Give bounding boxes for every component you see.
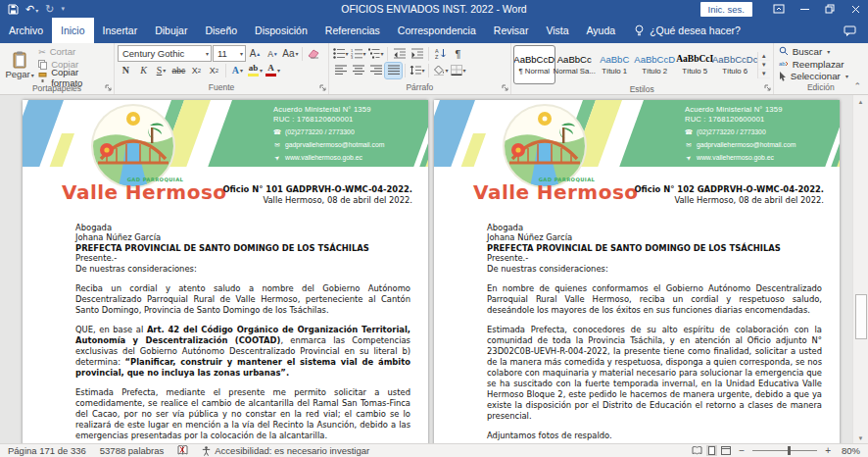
group-portapapeles: Pegar▾ ✂Cortar Copiar Copiar formato Por… [0,43,115,94]
numbering-button[interactable]: 123▾ [350,46,366,62]
style-titulo-5[interactable]: AaBbCcITítulo 5 [675,46,715,83]
tab-insertar[interactable]: Insertar [94,18,147,43]
styles-scroll-down-icon[interactable]: ▼ [758,61,770,70]
ribbon: Pegar▾ ✂Cortar Copiar Copiar formato Por… [0,43,868,95]
scroll-up-icon[interactable]: ▲ [853,96,868,108]
zoom-out-icon[interactable]: − [739,445,745,456]
tab-inicio[interactable]: Inicio [52,18,94,43]
tab-correspondencia[interactable]: Correspondencia [389,18,485,43]
clipboard-dialog-launcher[interactable] [105,84,112,91]
shrink-font-button[interactable]: A▼ [265,46,281,62]
envelope-icon: ✉ [273,141,281,149]
vertical-scrollbar[interactable]: ▲ ▼ [852,95,868,445]
zoom-level[interactable]: 80% [839,445,860,456]
align-right-button[interactable] [367,63,384,78]
letter-body: De nuestras consideraciones: Reciba un c… [23,264,428,445]
tell-me-box[interactable]: ¿Qué desea hacer? [624,18,750,43]
style-normal-sa[interactable]: AaBbCcNormal Sa... [555,46,595,83]
ribbon-display-options-icon[interactable] [766,0,792,18]
proofing-icon[interactable] [177,445,188,455]
zoom-in-icon[interactable]: + [825,445,831,456]
tab-revisar[interactable]: Revisar [485,18,538,43]
restore-button[interactable] [817,0,843,18]
find-button[interactable]: Buscar▾ [777,45,865,58]
ruc-line: RUC : 1768120600001 [273,115,384,125]
superscript-button[interactable]: X2 [206,63,222,78]
format-painter-button[interactable]: Copiar formato [36,71,111,83]
tab-vista[interactable]: Vista [537,18,577,43]
justify-button[interactable] [385,63,402,78]
tab-referencias[interactable]: Referencias [316,18,389,43]
styles-more-icon[interactable]: ▼ [758,70,770,78]
tab-diseno[interactable]: Diseño [196,18,246,43]
ruc-line: RUC : 1768120600001 [685,115,796,125]
select-button[interactable]: Seleccionar▾ [777,70,865,82]
subscript-button[interactable]: X2 [188,63,205,78]
change-case-button[interactable]: Aa▾ [282,46,299,62]
save-icon[interactable] [8,4,19,15]
styles-scroll-up-icon[interactable]: ▲ [758,52,770,61]
paragraph-dialog-launcher[interactable] [502,84,508,91]
group-fuente: Century Gothic▾ 11▾ A▲ A▼ Aa▾ N K S▾ abc… [115,43,329,94]
cut-button[interactable]: ✂Cortar [36,45,111,58]
document-page-2[interactable]: Acuerdo Ministerial N° 1359 RUC : 176812… [434,100,840,445]
styles-dialog-launcher[interactable] [764,84,771,91]
qat-customize-icon[interactable]: ▾ [61,5,65,13]
close-button[interactable] [843,0,868,18]
style-normal[interactable]: AaBbCcD¶ Normal [514,46,555,83]
scrollbar-thumb[interactable] [855,294,867,339]
replace-button[interactable]: ab Reemplazar [777,58,865,71]
font-dialog-launcher[interactable] [319,84,326,91]
font-color-button[interactable]: A▾ [265,63,281,78]
accessibility-status[interactable]: Accesibilidad: es necesario investigar [202,445,369,456]
increase-indent-button[interactable] [409,46,425,62]
document-page-1[interactable]: Acuerdo Ministerial N° 1359 RUC : 176812… [23,100,428,445]
sort-button[interactable]: AZ [432,46,449,62]
comment-icon[interactable] [832,18,868,43]
text-effects-button[interactable]: A▾ [229,63,246,78]
multilevel-list-button[interactable]: ▾ [367,46,384,62]
align-left-button[interactable] [332,63,349,78]
print-layout-icon[interactable] [706,445,717,456]
style-titulo-2[interactable]: AaBbCcDTítulo 2 [635,46,675,83]
borders-icon [451,65,462,76]
zoom-slider[interactable] [752,450,817,451]
word-count[interactable]: 53788 palabras [100,445,165,456]
letterhead-contact: Acuerdo Ministerial N° 1359 RUC : 176812… [273,105,384,162]
read-mode-icon[interactable] [692,446,702,455]
tab-disposicion[interactable]: Disposición [246,18,316,43]
page-count[interactable]: Página 171 de 336 [8,445,86,456]
font-size-select[interactable]: 11▾ [213,45,246,62]
salutation: De nuestras consideraciones: [487,264,822,275]
zoom-slider-thumb[interactable] [788,446,791,455]
style-titulo-1[interactable]: AaBbCTítulo 1 [595,46,635,83]
web-layout-icon[interactable] [721,446,731,455]
strikethrough-button[interactable]: abc [170,63,187,78]
bold-button[interactable]: N [118,63,134,78]
paste-button[interactable]: Pegar▾ [3,45,36,83]
underline-button[interactable]: S▾ [153,63,169,78]
shading-button[interactable]: ▾ [432,63,449,78]
show-marks-button[interactable]: ¶ [450,46,466,62]
tab-dibujar[interactable]: Dibujar [146,18,196,43]
italic-button[interactable]: K [135,63,152,78]
minimize-button[interactable] [792,0,817,18]
tab-archivo[interactable]: Archivo [0,18,52,43]
undo-icon[interactable]: ↶▾ [25,3,38,16]
font-family-select[interactable]: Century Gothic▾ [118,45,212,62]
grow-font-button[interactable]: A▲ [247,46,264,62]
borders-button[interactable]: ▾ [450,63,466,78]
tab-ayuda[interactable]: Ayuda [578,18,625,43]
clipboard-icon [12,51,27,69]
highlight-button[interactable]: ab▾ [247,63,264,78]
line-spacing-button[interactable]: ▾ [409,63,425,78]
align-center-button[interactable] [350,63,366,78]
collapse-ribbon-icon[interactable]: ⌃ [853,81,861,91]
decrease-indent-button[interactable] [391,46,408,62]
letterhead-yellow-stripe-small [461,133,486,167]
clear-formatting-button[interactable] [306,46,322,62]
letterhead-yellow-stripe-small [50,133,74,167]
bullets-button[interactable]: ▾ [332,46,349,62]
signin-button[interactable]: Inic. ses. [700,2,753,17]
style-titulo-6[interactable]: AaBbCcDcTítulo 6 [715,46,755,83]
